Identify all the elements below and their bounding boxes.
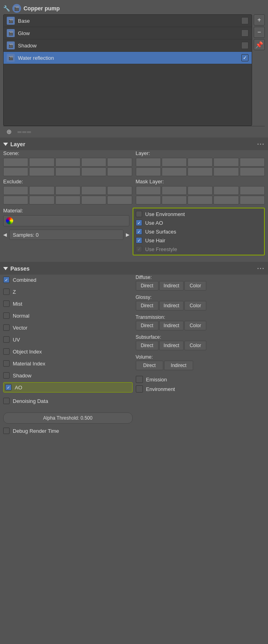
- layer-btn-6[interactable]: [136, 167, 161, 176]
- layer-btn-5[interactable]: [240, 158, 265, 167]
- layer-btn-10[interactable]: [240, 167, 265, 176]
- vector-checkbox[interactable]: [3, 324, 10, 331]
- debug-render-time-checkbox[interactable]: [3, 428, 10, 434]
- use-ao-checkbox[interactable]: ✓: [136, 220, 142, 226]
- scene-btn-9[interactable]: [81, 167, 106, 176]
- collapse-triangle[interactable]: [3, 143, 8, 146]
- uv-checkbox[interactable]: [3, 336, 10, 343]
- mask-btn-4[interactable]: [213, 186, 239, 195]
- material-index-checkbox[interactable]: [3, 360, 10, 367]
- alpha-threshold-button[interactable]: Alpha Threshold: 0.500: [3, 412, 133, 424]
- mask-btn-10[interactable]: [240, 196, 265, 204]
- scene-btn-6[interactable]: [3, 167, 28, 176]
- layer-checkbox-glow[interactable]: [241, 29, 248, 37]
- environment-checkbox[interactable]: [136, 385, 143, 393]
- use-freestyle-checkbox[interactable]: ✓: [136, 246, 142, 252]
- exclude-btn-4[interactable]: [81, 186, 106, 195]
- subsurface-indirect-btn[interactable]: Indirect: [159, 341, 184, 350]
- mask-btn-9[interactable]: [213, 196, 239, 204]
- diffuse-color-btn[interactable]: Color: [184, 281, 206, 291]
- volume-direct-btn[interactable]: Direct: [136, 361, 163, 370]
- samples-slider[interactable]: Samples: 0: [9, 230, 123, 240]
- scene-btn-10[interactable]: [107, 167, 132, 176]
- layer-btn-9[interactable]: [213, 167, 239, 176]
- layer-btn-7[interactable]: [162, 167, 187, 176]
- layer-btn-1[interactable]: [136, 158, 161, 167]
- exclude-btn-6[interactable]: [3, 196, 28, 204]
- layer-section-menu[interactable]: ···: [257, 141, 265, 148]
- glossy-indirect-btn[interactable]: Indirect: [159, 301, 184, 310]
- exclude-btn-3[interactable]: [55, 186, 80, 195]
- layer-item-water[interactable]: 🎬 Water reflection ✓: [4, 52, 252, 64]
- use-hair-checkbox[interactable]: ✓: [136, 237, 142, 243]
- exclude-btn-2[interactable]: [29, 186, 54, 195]
- layer-item-glow[interactable]: 🎬 Glow: [4, 27, 252, 39]
- diffuse-indirect-btn[interactable]: Indirect: [159, 281, 184, 291]
- transmission-color-btn[interactable]: Color: [184, 321, 206, 330]
- samples-arrow-right[interactable]: ▶: [126, 232, 129, 238]
- scene-btn-1[interactable]: [3, 158, 28, 167]
- exclude-btn-8[interactable]: [55, 196, 80, 204]
- scene-btn-3[interactable]: [55, 158, 80, 167]
- mask-btn-3[interactable]: [188, 186, 213, 195]
- shadow-checkbox[interactable]: [3, 372, 10, 379]
- mask-btn-7[interactable]: [162, 196, 187, 204]
- normal-checkbox[interactable]: [3, 312, 10, 319]
- material-color-dot: [6, 217, 13, 224]
- scene-btn-4[interactable]: [81, 158, 106, 167]
- scene-layer-row: Scene: Layer:: [3, 150, 265, 176]
- exclude-btn-7[interactable]: [29, 196, 54, 204]
- passes-section-title: Passes: [10, 265, 29, 272]
- material-selector[interactable]: [3, 215, 129, 226]
- pin-button[interactable]: 📌: [254, 39, 265, 50]
- layer-checkbox-base[interactable]: [241, 17, 248, 24]
- glossy-direct-btn[interactable]: Direct: [136, 301, 158, 310]
- layer-item-shadow[interactable]: 🎬 Shadow: [4, 39, 252, 52]
- use-environment-checkbox[interactable]: [136, 211, 142, 217]
- ao-checkbox[interactable]: ✓: [5, 384, 12, 391]
- scene-btn-2[interactable]: [29, 158, 54, 167]
- samples-arrow-left[interactable]: ◀: [3, 232, 7, 238]
- layer-item-base[interactable]: 🎬 Base: [4, 15, 252, 27]
- exclude-btn-5[interactable]: [107, 186, 132, 195]
- passes-collapse-triangle[interactable]: [3, 267, 8, 270]
- subsurface-direct-btn[interactable]: Direct: [136, 341, 158, 350]
- scene-btn-8[interactable]: [55, 167, 80, 176]
- combined-checkbox[interactable]: ✓: [3, 277, 10, 283]
- emission-checkbox[interactable]: [136, 376, 143, 383]
- mask-btn-1[interactable]: [136, 186, 161, 195]
- diffuse-direct-btn[interactable]: Direct: [136, 281, 158, 291]
- mask-btn-2[interactable]: [162, 186, 187, 195]
- z-checkbox[interactable]: [3, 289, 10, 295]
- layer-btn-8[interactable]: [188, 167, 213, 176]
- object-index-checkbox[interactable]: [3, 348, 10, 355]
- glossy-color-btn[interactable]: Color: [184, 301, 206, 310]
- layer-btn-2[interactable]: [162, 158, 187, 167]
- denoising-checkbox[interactable]: [3, 398, 10, 404]
- layer-btn-4[interactable]: [213, 158, 239, 167]
- mask-btn-8[interactable]: [188, 196, 213, 204]
- mask-btn-5[interactable]: [240, 186, 265, 195]
- exclude-btn-10[interactable]: [107, 196, 132, 204]
- volume-indirect-btn[interactable]: Indirect: [164, 361, 193, 370]
- scene-btn-7[interactable]: [29, 167, 54, 176]
- use-surfaces-checkbox[interactable]: ✓: [136, 228, 142, 235]
- remove-layer-button[interactable]: −: [254, 27, 265, 38]
- exclude-btn-9[interactable]: [81, 196, 106, 204]
- exclude-btn-1[interactable]: [3, 186, 28, 195]
- emission-env-group: Emission Environment: [136, 376, 265, 393]
- layer-btn-3[interactable]: [188, 158, 213, 167]
- mask-btn-6[interactable]: [136, 196, 161, 204]
- scene-btn-5[interactable]: [107, 158, 132, 167]
- transmission-direct-btn[interactable]: Direct: [136, 321, 158, 330]
- add-layer-button[interactable]: +: [254, 14, 265, 26]
- subsurface-color-btn[interactable]: Color: [184, 341, 206, 350]
- layer-checkbox-shadow[interactable]: [241, 42, 248, 49]
- add-scene-button[interactable]: ⊕: [6, 128, 14, 136]
- passes-section-menu[interactable]: ···: [257, 265, 265, 272]
- mist-checkbox[interactable]: [3, 300, 10, 307]
- layer-checkboxes: Use Environment ✓ Use AO ✓ Use Surfaces …: [133, 208, 265, 255]
- layer-checkbox-water[interactable]: ✓: [241, 54, 248, 61]
- transmission-indirect-btn[interactable]: Indirect: [159, 321, 184, 330]
- pass-mist: Mist: [3, 298, 133, 309]
